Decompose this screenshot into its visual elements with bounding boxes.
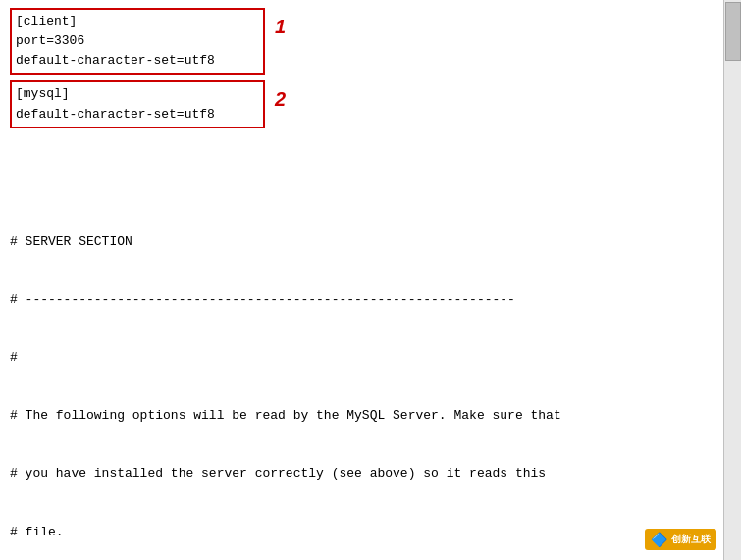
line-file: # file. — [10, 523, 707, 542]
client-box: [client] port=3306 default-character-set… — [10, 8, 265, 75]
mysql-header: [mysql] — [16, 84, 259, 104]
main-container: [client] port=3306 default-character-set… — [0, 0, 741, 560]
line-empty-1 — [10, 175, 707, 194]
server-section: # SERVER SECTION # ---------------------… — [10, 136, 707, 560]
section-2: [mysql] default-character-set=utf8 2 — [10, 80, 707, 127]
mysql-charset: default-character-set=utf8 — [16, 105, 259, 125]
watermark-text: 创新互联 — [671, 533, 711, 546]
line-server-section: # SERVER SECTION — [10, 232, 707, 252]
watermark-icon: 🔷 — [651, 532, 667, 547]
watermark: 🔷 创新互联 — [645, 529, 716, 550]
annotation-2: 2 — [275, 88, 286, 111]
scrollbar[interactable] — [723, 0, 741, 560]
line-installed-correctly: # you have installed the server correctl… — [10, 464, 707, 484]
client-port: port=3306 — [16, 31, 259, 51]
content-area: [client] port=3306 default-character-set… — [0, 0, 716, 560]
client-charset: default-character-set=utf8 — [16, 51, 259, 71]
line-dashes: # --------------------------------------… — [10, 290, 707, 310]
line-options-read: # The following options will be read by … — [10, 406, 707, 426]
client-header: [client] — [16, 12, 259, 31]
mysql-box: [mysql] default-character-set=utf8 — [10, 80, 265, 127]
section-1: [client] port=3306 default-character-set… — [10, 8, 707, 75]
scrollbar-thumb[interactable] — [725, 2, 741, 61]
line-hash-1: # — [10, 348, 707, 368]
annotation-1: 1 — [275, 16, 286, 38]
